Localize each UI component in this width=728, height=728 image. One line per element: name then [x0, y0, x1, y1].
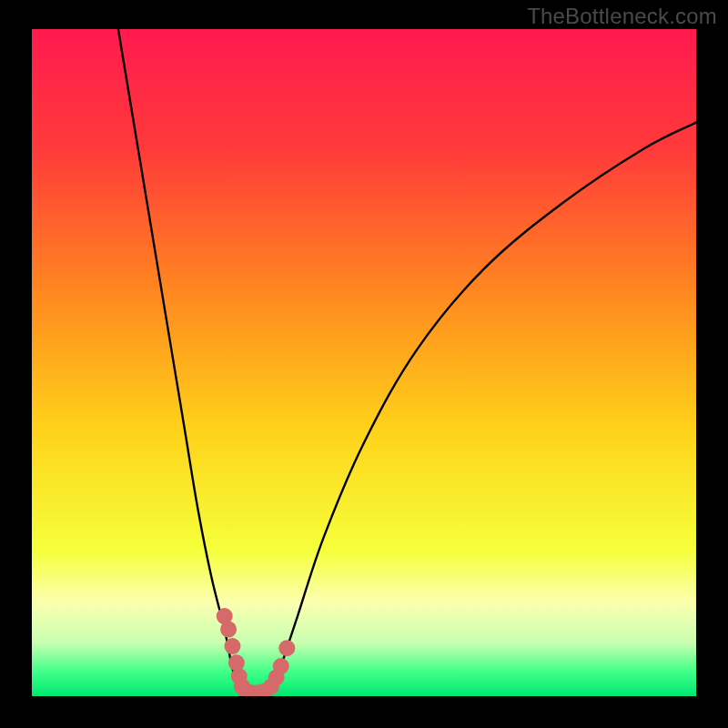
- dot: [278, 640, 295, 656]
- dot: [273, 658, 289, 674]
- plot-background: [32, 29, 696, 696]
- bottleneck-chart: [0, 0, 728, 728]
- dot: [220, 622, 237, 638]
- chart-root: TheBottleneck.com: [0, 0, 728, 728]
- dot: [224, 638, 240, 654]
